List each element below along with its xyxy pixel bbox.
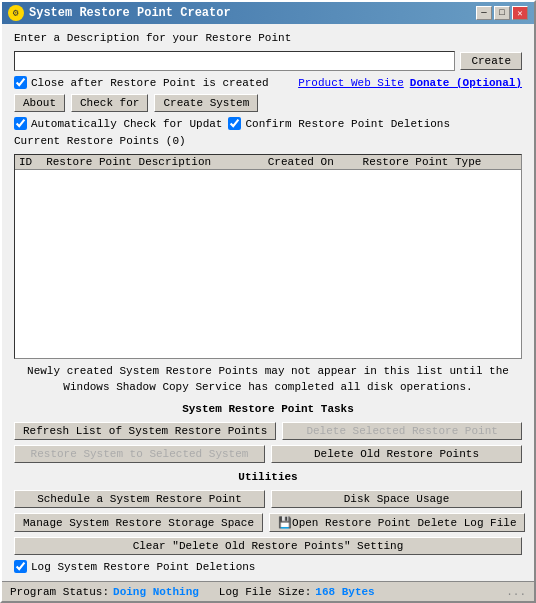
open-log-label: Open Restore Point Delete Log File: [292, 517, 516, 529]
log-deletions-checkbox[interactable]: [14, 560, 27, 573]
restore-system-button[interactable]: Restore System to Selected System: [14, 445, 265, 463]
close-after-checkbox-row: Close after Restore Point is created: [14, 76, 269, 89]
log-deletions-row: Log System Restore Point Deletions: [14, 560, 522, 573]
check-for-button[interactable]: Check for: [71, 94, 148, 112]
minimize-button[interactable]: ─: [476, 6, 492, 20]
status-value: Doing Nothing: [113, 586, 199, 598]
window-title: System Restore Point Creator: [29, 6, 231, 20]
log-size-label: Log File Size:: [219, 586, 311, 598]
log-deletions-label: Log System Restore Point Deletions: [31, 561, 255, 573]
main-window: ⚙ System Restore Point Creator ─ □ ✕ Ent…: [0, 0, 536, 603]
delete-old-button[interactable]: Delete Old Restore Points: [271, 445, 522, 463]
auto-check-checkbox[interactable]: [14, 117, 27, 130]
restore-points-table-container: ID Restore Point Description Created On …: [14, 154, 522, 359]
close-after-row: Close after Restore Point is created Pro…: [14, 76, 522, 89]
utilities-row3: Clear "Delete Old Restore Points" Settin…: [14, 537, 522, 555]
schedule-button[interactable]: Schedule a System Restore Point: [14, 490, 265, 508]
confirm-deletions-checkbox[interactable]: [228, 117, 241, 130]
col-header-created: Created On: [264, 155, 359, 170]
status-bar: Program Status: Doing Nothing Log File S…: [2, 581, 534, 601]
tasks-row1: Refresh List of System Restore Points De…: [14, 422, 522, 440]
content-area: Enter a Description for your Restore Poi…: [2, 24, 534, 581]
status-label: Program Status:: [10, 586, 109, 598]
program-status-item: Program Status: Doing Nothing: [10, 586, 199, 598]
refresh-button[interactable]: Refresh List of System Restore Points: [14, 422, 276, 440]
create-button[interactable]: Create: [460, 52, 522, 70]
disk-space-button[interactable]: Disk Space Usage: [271, 490, 522, 508]
description-row: Create: [14, 51, 522, 71]
log-size-value: 168 Bytes: [315, 586, 374, 598]
utilities-header: Utilities: [14, 471, 522, 483]
col-header-id: ID: [15, 155, 42, 170]
product-web-site-link[interactable]: Product Web Site: [298, 77, 404, 89]
confirm-deletions-label: Confirm Restore Point Deletions: [245, 118, 450, 130]
close-after-label: Close after Restore Point is created: [31, 77, 269, 89]
confirm-deletions-checkbox-row: Confirm Restore Point Deletions: [228, 117, 450, 130]
restore-points-table: ID Restore Point Description Created On …: [15, 155, 521, 170]
clear-setting-button[interactable]: Clear "Delete Old Restore Points" Settin…: [14, 537, 522, 555]
current-rp-header: Current Restore Points (0): [14, 135, 522, 147]
about-button[interactable]: About: [14, 94, 65, 112]
title-bar-left: ⚙ System Restore Point Creator: [8, 5, 231, 21]
utilities-row1: Schedule a System Restore Point Disk Spa…: [14, 490, 522, 508]
maximize-button[interactable]: □: [494, 6, 510, 20]
col-header-type: Restore Point Type: [359, 155, 521, 170]
notice-text: Newly created System Restore Points may …: [14, 364, 522, 395]
disk-icon: 💾: [278, 517, 292, 529]
delete-selected-button[interactable]: Delete Selected Restore Point: [282, 422, 522, 440]
close-button[interactable]: ✕: [512, 6, 528, 20]
manage-storage-button[interactable]: Manage System Restore Storage Space: [14, 513, 263, 532]
description-input[interactable]: [14, 51, 455, 71]
donate-link[interactable]: Donate (Optional): [410, 77, 522, 89]
about-row: About Check for Create System: [14, 94, 522, 112]
open-log-button[interactable]: 💾Open Restore Point Delete Log File: [269, 513, 525, 532]
title-bar: ⚙ System Restore Point Creator ─ □ ✕: [2, 2, 534, 24]
auto-check-checkbox-row: Automatically Check for Updat: [14, 117, 222, 130]
status-dots: ...: [506, 586, 526, 598]
auto-check-label: Automatically Check for Updat: [31, 118, 222, 130]
tasks-header: System Restore Point Tasks: [14, 403, 522, 415]
app-icon: ⚙: [8, 5, 24, 21]
description-label: Enter a Description for your Restore Poi…: [14, 32, 522, 44]
auto-check-row: Automatically Check for Updat Confirm Re…: [14, 117, 522, 130]
col-header-description: Restore Point Description: [42, 155, 264, 170]
log-size-item: Log File Size: 168 Bytes: [219, 586, 375, 598]
title-buttons: ─ □ ✕: [476, 6, 528, 20]
tasks-row2: Restore System to Selected System Delete…: [14, 445, 522, 463]
close-after-checkbox[interactable]: [14, 76, 27, 89]
utilities-row2: Manage System Restore Storage Space 💾Ope…: [14, 513, 522, 532]
create-system-button[interactable]: Create System: [154, 94, 258, 112]
